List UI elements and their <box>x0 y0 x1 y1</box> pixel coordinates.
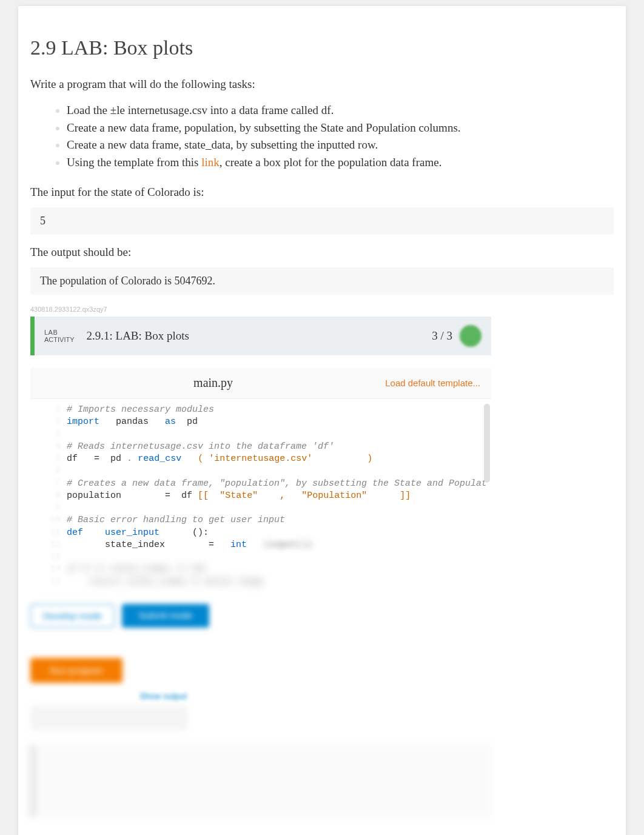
output-label: The output should be: <box>30 246 614 259</box>
list-item: Create a new data frame, population, by … <box>67 119 614 137</box>
lab-header: LAB ACTIVITY 2.9.1: LAB: Box plots 3 / 3 <box>30 317 491 355</box>
code-content[interactable]: # Imports necessary modules import panda… <box>67 404 491 588</box>
lab-activity-box: LAB ACTIVITY 2.9.1: LAB: Box plots 3 / 3… <box>30 317 491 817</box>
task4-prefix: Using the template from this <box>67 156 201 169</box>
bottom-block <box>30 745 491 817</box>
task-list: Load the ±le internetusage.csv into a da… <box>30 102 614 171</box>
input-block: 5 <box>30 207 614 235</box>
output-block: The population of Colorado is 5047692. <box>30 267 614 295</box>
lab-tag: LAB ACTIVITY <box>44 329 75 343</box>
submit-mode-button[interactable]: Submit mode <box>122 604 209 628</box>
trophy-box <box>30 706 188 730</box>
code-area[interactable]: 123456789101112131415 # Imports necessar… <box>30 399 491 593</box>
list-item: Load the ±le internetusage.csv into a da… <box>67 102 614 119</box>
load-template-link[interactable]: Load default template... <box>385 378 480 388</box>
list-item: Using the template from this link, creat… <box>67 154 614 172</box>
input-label: The input for the state of Colorado is: <box>30 186 614 199</box>
filename-label: main.py <box>41 376 385 390</box>
task4-suffix: , create a box plot for the population d… <box>220 156 442 169</box>
intro-text: Write a program that will do the followi… <box>30 78 614 91</box>
resource-id: 430818.2933122.qx3zqy7 <box>30 306 614 313</box>
code-editor: main.py Load default template... 1234567… <box>30 367 491 593</box>
score-badge-icon[interactable] <box>460 325 481 347</box>
scrollbar[interactable] <box>484 404 490 483</box>
line-gutter: 123456789101112131415 <box>30 404 61 588</box>
develop-mode-button[interactable]: Develop mode <box>30 604 115 628</box>
list-item: Create a new data frame, state_data, by … <box>67 136 614 154</box>
editor-header: main.py Load default template... <box>30 367 491 399</box>
lab-title: 2.9.1: LAB: Box plots <box>87 329 432 343</box>
run-program-button[interactable]: Run program <box>30 658 122 683</box>
template-link[interactable]: link <box>201 156 220 169</box>
mode-buttons: Develop mode Submit mode <box>30 604 491 628</box>
show-output-link[interactable]: Show output <box>139 691 491 701</box>
page-title: 2.9 LAB: Box plots <box>30 36 614 59</box>
lab-score: 3 / 3 <box>432 329 452 343</box>
